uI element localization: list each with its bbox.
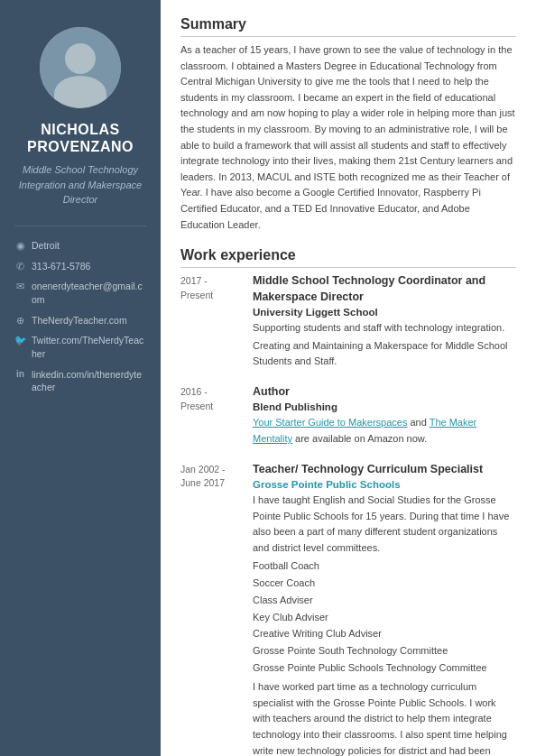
- work-desc-1: Your Starter Guide to Makerspaces and Th…: [253, 415, 516, 447]
- work-title-1: Author: [253, 384, 516, 401]
- avatar: [40, 27, 121, 108]
- contact-list: ◉ Detroit ✆ 313-671-5786 ✉ onenerdyteach…: [14, 239, 146, 401]
- bullet-2-2: Class Adviser: [253, 592, 516, 609]
- contact-email: ✉ onenerdyteacher@gmail.com: [14, 280, 146, 306]
- profile-name: NICHOLAS PROVENZANO: [27, 121, 134, 155]
- work-experience-title: Work experience: [180, 247, 516, 268]
- work-bullets-2: Football Coach Soccer Coach Class Advise…: [253, 558, 516, 676]
- location-icon: ◉: [14, 240, 26, 252]
- work-content-1: Author Blend Publishing Your Starter Gui…: [253, 384, 516, 449]
- main-content: Summary As a teacher of 15 years, I have…: [161, 0, 536, 756]
- work-company-0: University Liggett School: [253, 307, 516, 318]
- work-entry-1: 2016 -Present Author Blend Publishing Yo…: [180, 384, 516, 449]
- work-entry-0: 2017 -Present Middle School Technology C…: [180, 273, 516, 372]
- work-desc-0-0: Supporting students and staff with techn…: [253, 320, 516, 337]
- bullet-2-0: Football Coach: [253, 558, 516, 575]
- work-date-0: 2017 -Present: [180, 273, 253, 372]
- phone-text: 313-671-5786: [32, 260, 90, 273]
- linkedin-icon: in: [14, 369, 26, 379]
- work-company-1: Blend Publishing: [253, 401, 516, 412]
- location-text: Detroit: [32, 239, 60, 253]
- bullet-2-5: Grosse Pointe South Technology Committee: [253, 642, 516, 659]
- contact-web[interactable]: ⊕ TheNerdyTeacher.com: [14, 314, 146, 327]
- profile-title: Middle School Technology Integration and…: [14, 162, 146, 207]
- web-text: TheNerdyTeacher.com: [32, 314, 127, 327]
- work-date-1: 2016 -Present: [180, 384, 253, 449]
- sidebar-divider: [14, 226, 146, 226]
- web-icon: ⊕: [14, 315, 26, 327]
- work-title-2: Teacher/ Technology Curriculum Specialis…: [253, 462, 516, 478]
- work-content-2: Teacher/ Technology Curriculum Specialis…: [253, 462, 516, 756]
- contact-twitter[interactable]: 🐦 Twitter.com/TheNerdyTeacher: [14, 334, 146, 360]
- summary-text: As a teacher of 15 years, I have grown t…: [180, 42, 516, 233]
- twitter-icon: 🐦: [14, 335, 26, 346]
- work-title-0: Middle School Technology Coordinator and…: [253, 273, 516, 305]
- work-desc-2-0: I have taught English and Social Studies…: [253, 493, 516, 556]
- work-section: 2017 -Present Middle School Technology C…: [180, 273, 516, 756]
- work-desc-0-1: Creating and Maintaining a Makerspace fo…: [253, 338, 516, 370]
- contact-phone: ✆ 313-671-5786: [14, 260, 146, 273]
- bullet-2-4: Creative Writing Club Adviser: [253, 625, 516, 642]
- work-content-0: Middle School Technology Coordinator and…: [253, 273, 516, 372]
- work-date-2: Jan 2002 -June 2017: [180, 462, 253, 756]
- bullet-2-3: Key Club Adviser: [253, 609, 516, 626]
- linkedin-text: linkedin.com/in/thenerdyteacher: [32, 368, 146, 394]
- email-icon: ✉: [14, 281, 26, 292]
- bullet-2-1: Soccer Coach: [253, 575, 516, 592]
- summary-title: Summary: [180, 16, 516, 37]
- twitter-text: Twitter.com/TheNerdyTeacher: [32, 334, 146, 360]
- sidebar: NICHOLAS PROVENZANO Middle School Techno…: [0, 0, 161, 756]
- work-entry-2: Jan 2002 -June 2017 Teacher/ Technology …: [180, 462, 516, 756]
- email-text: onenerdyteacher@gmail.com: [32, 280, 146, 306]
- work-company-2: Grosse Pointe Public Schools: [253, 479, 516, 490]
- contact-linkedin[interactable]: in linkedin.com/in/thenerdyteacher: [14, 368, 146, 394]
- work-desc-2-extra: I have worked part time as a technology …: [253, 679, 516, 756]
- link-starter-guide[interactable]: Your Starter Guide to Makerspaces: [253, 417, 407, 428]
- phone-icon: ✆: [14, 261, 26, 272]
- contact-location: ◉ Detroit: [14, 239, 146, 253]
- bullet-2-6: Grosse Pointe Public Schools Technology …: [253, 659, 516, 677]
